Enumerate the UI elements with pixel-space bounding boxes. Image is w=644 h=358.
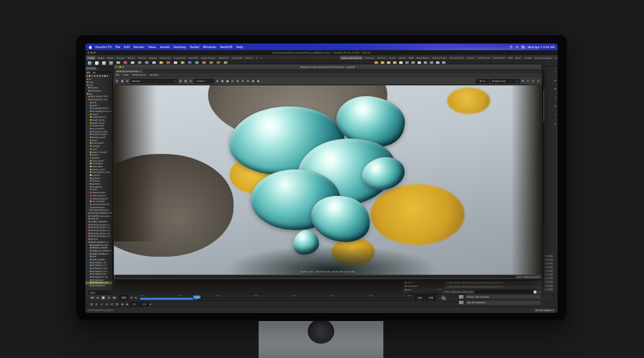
play-end-field[interactable]: 240: [415, 295, 425, 300]
toolbar-icon[interactable]: ▣: [251, 79, 255, 83]
material-row[interactable]: Gold: [405, 281, 442, 284]
material-path-row[interactable]: ≈/obj/CACHED_MAINSHAPE/svquickshade1/sho…: [445, 281, 541, 284]
playbar-tool-button[interactable]: ▸: [95, 302, 99, 306]
shelf-tab[interactable]: Polygon: [116, 56, 126, 60]
shelf-tab[interactable]: Rigging: [148, 56, 158, 60]
shelf-tab[interactable]: +: [255, 56, 259, 60]
toolbar-icon[interactable]: ⓘ: [531, 79, 535, 83]
shelf-tab[interactable]: Simple FX: [231, 56, 243, 60]
zoom-window-icon[interactable]: [94, 52, 96, 54]
minimize-window-icon[interactable]: [90, 52, 93, 54]
toolbar-icon[interactable]: ◉: [178, 79, 182, 83]
shelf-tab[interactable]: Guide Process: [200, 56, 217, 60]
shelf-tab[interactable]: Model: [106, 56, 115, 60]
shelf-tab[interactable]: Collisions: [363, 56, 376, 60]
tree-filter-icon[interactable]: [91, 75, 93, 77]
transport-button[interactable]: ■: [101, 295, 106, 300]
shelf-tab[interactable]: Deform: [126, 56, 136, 60]
shelf-tab[interactable]: Particle Fluids: [431, 56, 448, 60]
children-count-row[interactable]: (0 children): [544, 258, 553, 261]
shelf-tab[interactable]: Hair Utils: [188, 56, 199, 60]
transport-button[interactable]: ◀◀: [89, 295, 95, 300]
zoom-window-icon[interactable]: [122, 66, 124, 68]
shelf-tab[interactable]: MPM: [407, 56, 415, 60]
panel-icon[interactable]: ◉: [555, 79, 557, 81]
forward-icon[interactable]: ▶: [89, 71, 90, 74]
search-icon[interactable]: [516, 46, 519, 49]
render-view-title-bar[interactable]: Houdini Indie Limited-Commercial - panel…: [113, 64, 542, 69]
back-icon[interactable]: ◀: [86, 71, 88, 74]
material-ball-dark-icon[interactable]: [538, 290, 541, 294]
children-count-row[interactable]: (0 children): [544, 262, 553, 265]
shelf-tab[interactable]: Characters: [158, 56, 172, 60]
toolbar-icon[interactable]: ■: [225, 79, 229, 83]
global-start-field[interactable]: 1.0: [140, 302, 149, 306]
material-path-row[interactable]: ≈/obj/CACHED_MAINSHAPE/svquickshade2/sho…: [445, 285, 541, 288]
current-frame-field[interactable]: 102: [119, 295, 128, 300]
zoom-level-field[interactable]: 62 %: [476, 79, 489, 83]
children-count-row[interactable]: (0 children): [544, 255, 553, 258]
toolbar-icon[interactable]: ▪: [115, 79, 119, 83]
shelf-tab[interactable]: Wires: [514, 56, 522, 60]
shelf-tab[interactable]: Oceans: [466, 56, 476, 60]
transport-button[interactable]: ▶: [106, 295, 111, 300]
minimize-window-icon[interactable]: [119, 66, 121, 68]
playbar-tool-button[interactable]: ▶: [125, 302, 129, 306]
playbar-tool-button[interactable]: ≡: [115, 302, 119, 306]
toolbar-icon[interactable]: ▪: [215, 79, 219, 83]
panel-icon[interactable]: ▪: [555, 123, 556, 125]
close-window-icon[interactable]: [116, 66, 118, 68]
menu-item[interactable]: Preferences: [132, 74, 146, 76]
menu-bar-clock[interactable]: Wed Apr 1 9:41 AM: [527, 46, 555, 49]
children-count-row[interactable]: (1 child): [544, 273, 553, 276]
toolbar-icon[interactable]: ▦: [220, 79, 224, 83]
filter-check-icon[interactable]: ✓: [86, 291, 88, 294]
shelf-tool-icon[interactable]: [88, 61, 91, 65]
global-end-field[interactable]: 298: [426, 295, 436, 300]
playbar-tool-button[interactable]: ↺: [110, 302, 114, 306]
bucket-mode-select[interactable]: < Auto >: [194, 79, 214, 83]
playbar-tool-button[interactable]: ▤: [89, 302, 94, 306]
panel-icon[interactable]: ✚: [555, 105, 556, 107]
wifi-icon[interactable]: [509, 46, 513, 49]
tree-filter-icon[interactable]: [89, 75, 90, 77]
toolbar-icon[interactable]: ◉: [236, 79, 240, 83]
menu-item[interactable]: File: [115, 45, 120, 49]
shelf-tab[interactable]: SOP PyroFX: [492, 56, 506, 60]
menu-item[interactable]: File: [116, 74, 120, 76]
menu-item[interactable]: Edit: [124, 45, 130, 49]
toolbar-icon[interactable]: ◷: [231, 79, 235, 83]
shelf-tab[interactable]: Texture: [137, 56, 147, 60]
panel-icon[interactable]: ▸: [555, 71, 556, 73]
tree-filter-field[interactable]: Filter: [88, 291, 111, 294]
toolbar-icon[interactable]: ↻: [125, 79, 129, 83]
shelf-tab[interactable]: FEM: [507, 56, 514, 60]
material-row[interactable]: Iron Indie: [405, 288, 442, 292]
menu-item[interactable]: Redshift: [220, 45, 233, 49]
menu-item[interactable]: Render: [133, 45, 144, 49]
transport-button[interactable]: ◀: [95, 295, 100, 300]
menu-item[interactable]: Help: [236, 45, 243, 49]
shelf-tab[interactable]: Vellum: [398, 56, 407, 60]
update-mode-button[interactable]: Auto Update ▾: [534, 308, 556, 312]
tree-node[interactable]: attribdelete1: [85, 284, 112, 287]
menu-item[interactable]: Windows: [203, 45, 217, 49]
control-center-icon[interactable]: [521, 46, 525, 49]
shelf-tool-icon[interactable]: [109, 61, 113, 65]
menu-item[interactable]: View: [123, 74, 129, 76]
shelf-tab[interactable]: Particles: [376, 56, 387, 60]
close-tab-icon[interactable]: ×: [140, 70, 142, 73]
menu-item[interactable]: Houdini: [150, 74, 159, 76]
render-pass-select[interactable]: Beauty ▾: [130, 79, 177, 83]
image-size-select[interactable]: Original Size ▾: [490, 79, 520, 83]
shelf-tab[interactable]: Modify: [96, 56, 105, 60]
shelf-tab[interactable]: Rigid Bodies: [415, 56, 430, 60]
apple-logo[interactable]: [88, 45, 92, 49]
toolbar-icon[interactable]: ▣: [256, 79, 260, 83]
material-row[interactable]: Gold Paint: [405, 284, 442, 288]
transport-button[interactable]: ▶▶: [112, 295, 117, 300]
scrollbar-track[interactable]: [543, 71, 544, 224]
panel-icon[interactable]: ▦: [555, 88, 557, 90]
key-step-button[interactable]: ◀: [129, 296, 133, 300]
toolbar-icon[interactable]: ⊕: [241, 79, 245, 83]
